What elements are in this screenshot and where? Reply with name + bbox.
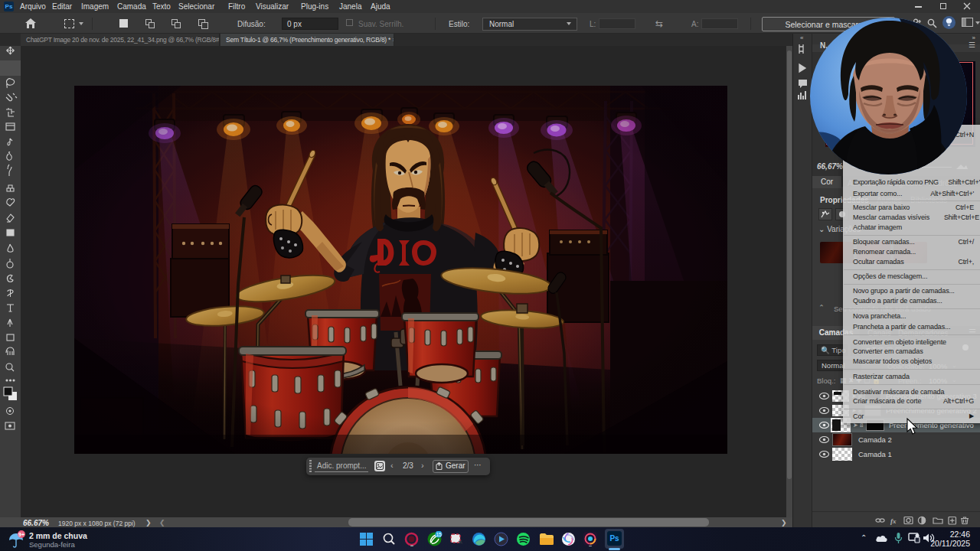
svg-text:fx: fx [890, 517, 897, 525]
svg-text:9+: 9+ [18, 532, 24, 537]
svg-text:«: « [800, 34, 804, 41]
svg-text:15: 15 [436, 532, 442, 537]
